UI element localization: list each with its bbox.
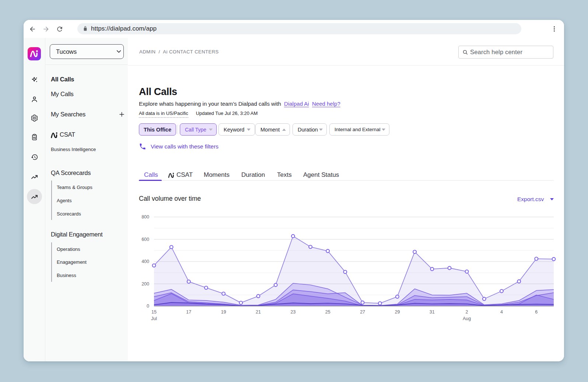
- svg-text:27: 27: [360, 309, 365, 315]
- svg-text:200: 200: [141, 281, 149, 287]
- svg-text:Jul: Jul: [151, 316, 157, 321]
- svg-text:31: 31: [430, 309, 435, 315]
- svg-text:15: 15: [151, 309, 157, 315]
- svg-text:Aug: Aug: [463, 316, 471, 321]
- svg-text:19: 19: [221, 309, 226, 315]
- svg-text:400: 400: [141, 259, 149, 264]
- svg-text:600: 600: [141, 237, 149, 242]
- svg-text:25: 25: [325, 309, 330, 315]
- svg-text:0: 0: [147, 304, 149, 309]
- svg-text:800: 800: [141, 214, 149, 220]
- svg-text:2: 2: [466, 309, 468, 315]
- svg-text:4: 4: [500, 309, 503, 315]
- svg-text:21: 21: [256, 309, 261, 315]
- svg-text:17: 17: [186, 309, 191, 315]
- svg-text:6: 6: [535, 309, 538, 315]
- svg-text:23: 23: [290, 309, 295, 315]
- svg-text:29: 29: [395, 309, 400, 315]
